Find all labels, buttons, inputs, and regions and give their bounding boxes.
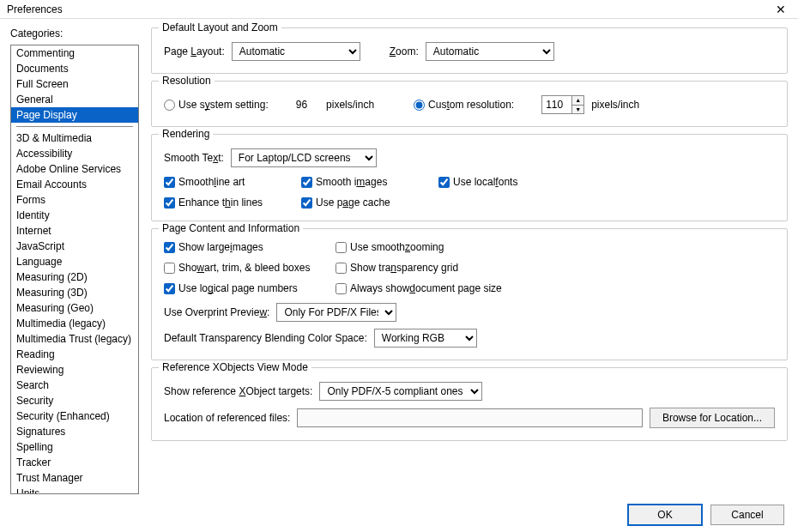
smooth-line-art-checkbox[interactable]: Smooth line art <box>164 176 301 188</box>
show-large-images-checkbox[interactable]: Show large images <box>164 241 336 253</box>
category-item[interactable]: Page Display <box>11 107 138 123</box>
category-item[interactable]: Measuring (Geo) <box>11 300 138 316</box>
category-item[interactable]: Security <box>11 393 138 408</box>
category-separator <box>16 126 133 127</box>
category-item[interactable]: Identity <box>11 208 138 223</box>
category-item[interactable]: Security (Enhanced) <box>11 408 138 424</box>
enhance-thin-lines-checkbox[interactable]: Enhance thin lines <box>164 196 301 209</box>
category-item[interactable]: Accessibility <box>11 146 138 161</box>
category-item[interactable]: Trust Manager <box>11 470 138 486</box>
category-item[interactable]: Measuring (2D) <box>11 269 138 285</box>
category-item[interactable]: Multimedia (legacy) <box>11 316 138 331</box>
show-transparency-grid-checkbox[interactable]: Show transparency grid <box>336 262 541 274</box>
use-system-radio[interactable]: Use system setting: <box>164 99 269 111</box>
group-title-rendering: Rendering <box>159 128 213 140</box>
zoom-select[interactable]: Automatic <box>426 42 554 61</box>
use-page-cache-checkbox[interactable]: Use page cache <box>301 196 438 209</box>
group-title-content: Page Content and Information <box>159 222 303 234</box>
category-item[interactable]: Spelling <box>11 439 138 455</box>
ok-button[interactable]: OK <box>628 505 702 525</box>
category-item[interactable]: Tracker <box>11 455 138 470</box>
system-dpi-value: 96 <box>296 99 307 111</box>
category-item[interactable]: Full Screen <box>11 76 138 92</box>
xobject-targets-select[interactable]: Only PDF/X-5 compliant ones <box>319 382 482 401</box>
smooth-images-checkbox[interactable]: Smooth images <box>301 176 438 188</box>
smooth-text-select[interactable]: For Laptop/LCD screens <box>231 148 377 167</box>
xobject-targets-label: Show reference XObject targets: <box>164 385 312 397</box>
page-layout-label: Page Layout: <box>164 45 225 57</box>
category-item[interactable]: 3D & Multimedia <box>11 130 138 146</box>
category-item[interactable]: Internet <box>11 223 138 239</box>
always-show-doc-page-size-checkbox[interactable]: Always show document page size <box>336 282 541 294</box>
group-title-resolution: Resolution <box>159 75 215 87</box>
category-item[interactable]: Reading <box>11 347 138 362</box>
category-item[interactable]: Language <box>11 254 138 269</box>
category-item[interactable]: Signatures <box>11 424 138 439</box>
stepper-up-icon[interactable]: ▲ <box>572 96 583 106</box>
blending-color-space-select[interactable]: Working RGB <box>374 329 477 348</box>
category-item[interactable]: Documents <box>11 61 138 76</box>
use-local-fonts-checkbox[interactable]: Use local fonts <box>438 176 576 188</box>
referenced-files-label: Location of referenced files: <box>164 412 290 424</box>
smooth-text-label: Smooth Text: <box>164 152 224 164</box>
category-item[interactable]: General <box>11 92 138 107</box>
browse-location-button[interactable]: Browse for Location... <box>650 408 775 428</box>
close-icon[interactable]: ✕ <box>771 3 791 15</box>
custom-dpi-stepper[interactable]: ▲▼ <box>541 95 584 114</box>
category-item[interactable]: Adobe Online Services <box>11 161 138 177</box>
system-dpi-unit: pixels/inch <box>326 99 374 111</box>
category-item[interactable]: Commenting <box>11 45 138 61</box>
custom-resolution-radio[interactable]: Custom resolution: <box>414 99 514 111</box>
zoom-label: Zoom: <box>390 45 419 57</box>
category-item[interactable]: Multimedia Trust (legacy) <box>11 331 138 347</box>
category-item[interactable]: Measuring (3D) <box>11 285 138 300</box>
referenced-files-input[interactable] <box>297 408 643 427</box>
categories-list[interactable]: CommentingDocumentsFull ScreenGeneralPag… <box>10 45 139 494</box>
category-item[interactable]: JavaScript <box>11 239 138 254</box>
group-title-xobjects: Reference XObjects View Mode <box>159 361 311 373</box>
show-art-trim-bleed-checkbox[interactable]: Show art, trim, & bleed boxes <box>164 262 336 274</box>
category-item[interactable]: Forms <box>11 192 138 208</box>
blending-color-space-label: Default Transparency Blending Color Spac… <box>164 332 367 344</box>
category-item[interactable]: Email Accounts <box>11 177 138 192</box>
window-title: Preferences <box>7 3 63 15</box>
overprint-preview-label: Use Overprint Preview: <box>164 306 269 318</box>
stepper-down-icon[interactable]: ▼ <box>572 106 583 114</box>
category-item[interactable]: Search <box>11 378 138 393</box>
category-item[interactable]: Units <box>11 486 138 494</box>
group-title-layout: Default Layout and Zoom <box>159 21 281 33</box>
use-smooth-zooming-checkbox[interactable]: Use smooth zooming <box>336 241 541 253</box>
use-logical-page-numbers-checkbox[interactable]: Use logical page numbers <box>164 282 336 294</box>
custom-dpi-input[interactable] <box>542 96 571 113</box>
category-item[interactable]: Reviewing <box>11 362 138 378</box>
page-layout-select[interactable]: Automatic <box>232 42 360 61</box>
custom-dpi-unit: pixels/inch <box>591 99 639 111</box>
cancel-button[interactable]: Cancel <box>710 505 784 525</box>
overprint-preview-select[interactable]: Only For PDF/X Files <box>276 303 396 322</box>
categories-label: Categories: <box>10 27 139 39</box>
